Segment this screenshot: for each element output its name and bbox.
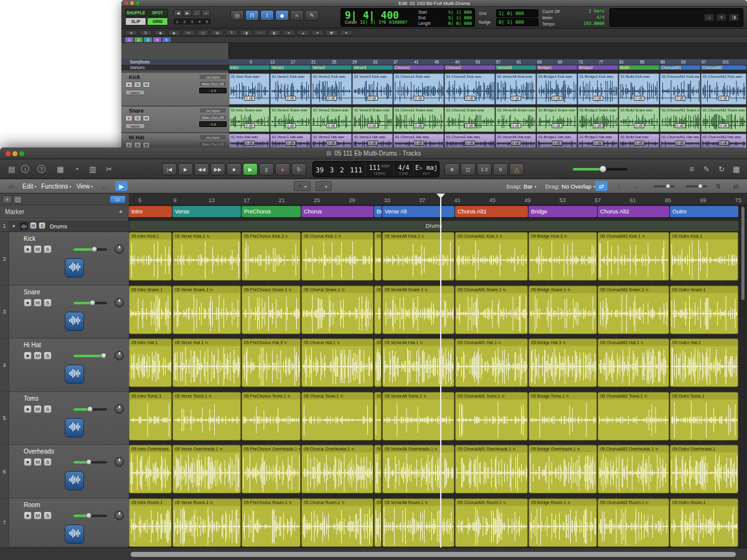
- audio-region-01-bridge1-snare-wav[interactable]: 01 Bridge1 Snare.wav0 dB: [537, 107, 577, 132]
- audio-region-01-verse3-snare-wav[interactable]: 01 Verse3 Snare.wav0 dB: [352, 107, 393, 132]
- pt-aux-button-10[interactable]: ⌂: [254, 30, 266, 35]
- apple-loops-button[interactable]: ↻: [715, 163, 728, 175]
- track-view-selector[interactable]: wave: [125, 123, 145, 129]
- audio-region-01-build-kick-wav[interactable]: 01 Build Kick.wav0 dB: [619, 73, 659, 105]
- audio-region-01-verse1-kick-wav[interactable]: 01 Verse1 Kick.wav0 dB: [270, 73, 311, 105]
- track-icon-button[interactable]: [65, 258, 84, 278]
- region-05-chorus-room-1[interactable]: 05 Chorus Room.1↻: [301, 498, 374, 547]
- volume-readout[interactable]: -2.5: [199, 88, 227, 93]
- solo-button[interactable]: S: [44, 352, 52, 360]
- audio-region-01-bridge1-kick-wav[interactable]: 01 Bridge1 Kick.wav0 dB: [537, 73, 577, 105]
- horizontal-zoom-slider[interactable]: [686, 185, 707, 187]
- smart-controls-button[interactable]: ◔: [70, 163, 83, 175]
- region-05-bridge-overheads-1[interactable]: 05 Bridge Overheads.1↻: [529, 445, 597, 493]
- region-05-outro-snare-1[interactable]: 05 Outro Snare.1: [670, 286, 738, 334]
- mute-button[interactable]: M: [143, 115, 150, 121]
- region-05-prechorus-kick-3[interactable]: 05 PreChorus Kick.3↻: [242, 232, 301, 281]
- minimize-button[interactable]: [12, 151, 17, 156]
- section-marker-bridge[interactable]: Bridge: [529, 206, 597, 217]
- pause-button[interactable]: ||: [259, 163, 274, 175]
- trim-tool-button[interactable]: ⊓: [245, 10, 259, 21]
- library-button[interactable]: ▤: [5, 163, 19, 175]
- zoom-preset-1[interactable]: 1: [174, 19, 181, 24]
- marker-bridge2[interactable]: Bridge2: [578, 65, 618, 70]
- region-05-outro-room-1[interactable]: 05 Outro Room.1: [670, 498, 738, 547]
- region-05-bridge-kick-3[interactable]: 05 Bridge Kick.3↻: [529, 232, 597, 281]
- chevron-down-icon[interactable]: ▾: [435, 167, 438, 172]
- region-05-outro-kick-1[interactable]: 05 Outro Kick.1: [670, 232, 738, 281]
- mute-button[interactable]: M: [34, 511, 42, 520]
- marker-versealt[interactable]: VerseAlt: [496, 65, 536, 70]
- group-chip-2[interactable]: 2: [134, 37, 143, 42]
- mute-button[interactable]: M: [143, 82, 150, 88]
- menu-functions[interactable]: Functions▾: [41, 183, 71, 190]
- track-icon-button[interactable]: [65, 471, 84, 490]
- grid-label[interactable]: Grid: [479, 11, 495, 16]
- pt-status-button-1[interactable]: ≡: [704, 14, 714, 21]
- marker-chorusalt1[interactable]: ChorusAlt1: [660, 65, 700, 70]
- gain-badge[interactable]: 0 dB: [552, 96, 562, 101]
- gain-badge[interactable]: 0 dB: [510, 141, 521, 146]
- cycle-button[interactable]: ↻: [291, 163, 306, 175]
- audio-region-01-build-snare-wav[interactable]: 01 Build Snare.wav0 dB: [619, 107, 659, 132]
- region-05-bridge-hat-3[interactable]: 05 Bridge Hat.3↻: [529, 338, 597, 387]
- marker-build[interactable]: Build: [619, 65, 659, 70]
- gain-badge[interactable]: 0 dB: [718, 123, 729, 128]
- zoom-window-button[interactable]: [136, 1, 139, 5]
- pt-aux-button-1[interactable]: ⇄: [125, 30, 138, 35]
- pan-knob[interactable]: [115, 511, 124, 520]
- gain-badge[interactable]: 0 dB: [593, 96, 603, 101]
- stop-button[interactable]: ■: [227, 163, 242, 175]
- gain-badge[interactable]: 0 dB: [367, 141, 378, 146]
- group-chip-4[interactable]: 4: [153, 37, 161, 42]
- mute-button[interactable]: M: [34, 299, 42, 307]
- track-zoom-presets-button[interactable]: ▭: [110, 195, 126, 203]
- audio-region-01-intro-snare-wav[interactable]: 01 Intro Snare.wav0 dB: [229, 107, 270, 132]
- record-enable-button[interactable]: ●: [24, 352, 32, 360]
- edit-mode-slip[interactable]: SLIP: [125, 17, 146, 26]
- nudge-tool-icon[interactable]: ↔: [98, 181, 110, 191]
- volume-fader[interactable]: [73, 248, 107, 251]
- region-05-intro-snare-1[interactable]: 05 Intro Snare.1: [129, 286, 172, 334]
- edit-mode-grid[interactable]: GRID: [147, 17, 168, 26]
- gain-badge[interactable]: 0 dB: [413, 123, 424, 128]
- track-header-kick[interactable]: 2Kick●MS: [0, 232, 129, 286]
- metronome-button[interactable]: △: [509, 163, 524, 175]
- volume-knob[interactable]: [92, 246, 97, 252]
- track-header-toms[interactable]: 5Toms●MS: [0, 392, 129, 445]
- volume-knob[interactable]: [599, 166, 606, 172]
- catch-playhead-button[interactable]: ▶: [115, 181, 128, 191]
- gain-badge[interactable]: 0 dB: [634, 96, 644, 101]
- solo-button[interactable]: S: [493, 163, 508, 175]
- pt-aux-button-9[interactable]: ◨: [240, 30, 252, 35]
- audio-region-01-verse2-kick-wav[interactable]: 01 Verse2 Kick.wav0 dB: [311, 73, 352, 105]
- region-05-verse-overheads-1[interactable]: 05 Verse Overheads.1↻: [172, 445, 241, 493]
- gain-badge[interactable]: 0 dB: [634, 123, 644, 128]
- track-icon-button[interactable]: [65, 312, 84, 331]
- list-editors-button[interactable]: ≡: [685, 163, 698, 175]
- record-enable-button[interactable]: ●: [24, 245, 32, 253]
- stack-summary-region[interactable]: Drums: [129, 220, 739, 231]
- volume-fader[interactable]: [73, 515, 107, 517]
- pan-knob[interactable]: [115, 298, 124, 307]
- solo-button[interactable]: S: [44, 245, 52, 253]
- command-click-tool-menu[interactable]: +▾: [316, 181, 331, 191]
- add-marker-button[interactable]: +: [116, 208, 125, 216]
- section-marker-intro[interactable]: Intro: [129, 206, 172, 217]
- lcd-tempo-segment[interactable]: 111KEEP TEMPO: [365, 162, 394, 177]
- region-05-chorusalt1-hat-1[interactable]: 05 ChorusAlt1 Hat.1↻: [455, 338, 528, 387]
- region-05-intro-overheads-[interactable]: 05 Intro Overheads.: [129, 445, 172, 493]
- marker-chorus1[interactable]: Chorus1: [393, 65, 444, 70]
- marker-verse3[interactable]: Verse3: [352, 65, 393, 70]
- audio-region-01-chorus1-kick-wav[interactable]: 01 Chorus1 Kick.wav0 dB: [393, 73, 444, 105]
- drag-mode-icon[interactable]: ⇄: [595, 181, 608, 191]
- lg-titlebar[interactable]: ▤ 05 111 Eb Multi-Drums - Tracks: [0, 147, 747, 159]
- group-chip-3[interactable]: 3: [144, 37, 152, 42]
- audio-region-01-chorus2-kick-wav[interactable]: 01 Chorus2 Kick.wav0 dB: [444, 73, 495, 105]
- gain-badge[interactable]: 0 dB: [464, 141, 475, 146]
- tuner-button[interactable]: ⊗: [444, 163, 459, 175]
- region-05-verse-snare-1[interactable]: 05 Verse Snare.1↻: [172, 286, 241, 334]
- volume-fader[interactable]: [73, 302, 107, 304]
- region-05-versealt-overheads-1[interactable]: 05 VerseAlt Overheads.1↻: [382, 445, 454, 493]
- pt-status-button-2[interactable]: ▾: [716, 14, 726, 21]
